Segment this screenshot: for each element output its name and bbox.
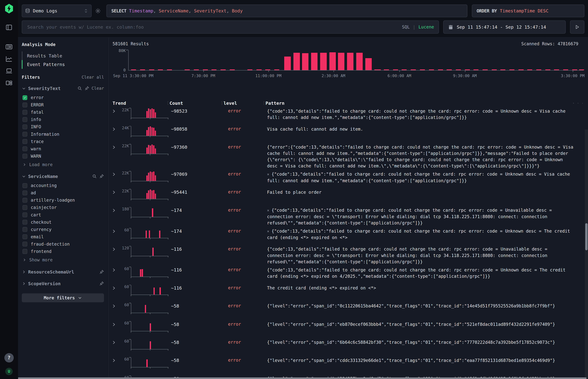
order-by-editor[interactable]: ORDER BY TimestampTime DESC bbox=[472, 4, 584, 17]
severity-load-more[interactable]: Load more bbox=[22, 161, 104, 168]
pattern-cell[interactable]: ×{"level":"error","span_id":"6b64c6c5884… bbox=[265, 337, 588, 346]
filter-option[interactable]: fraud-detection bbox=[22, 240, 104, 248]
filter-option[interactable]: cainjector bbox=[22, 204, 104, 211]
row-expander[interactable] bbox=[111, 301, 118, 308]
table-row[interactable]: 22K ~97360 error ×{"error":{"code":13,"d… bbox=[111, 142, 588, 169]
pattern-cell[interactable]: ×{"code":13,"details":"failed to charge … bbox=[265, 265, 588, 280]
table-row[interactable]: 60 ~116 error ×{"code":13,"details":"fai… bbox=[111, 265, 588, 283]
search-input[interactable] bbox=[27, 24, 399, 30]
column-grip-icon[interactable]: ⋮ bbox=[262, 100, 266, 105]
source-settings-gear-icon[interactable] bbox=[93, 8, 103, 14]
analysis-mode-option-results-table[interactable]: Results Table bbox=[22, 51, 104, 60]
pattern-cell[interactable]: ×{"code":13,"details":"failed to charge … bbox=[265, 226, 588, 241]
vertical-scrollbar-thumb[interactable] bbox=[585, 223, 588, 250]
wrap-text-icon[interactable] bbox=[578, 100, 578, 106]
checkbox[interactable] bbox=[22, 190, 27, 195]
nav-dashboards-icon[interactable] bbox=[3, 78, 15, 88]
row-expander[interactable] bbox=[111, 319, 118, 327]
column-grip-icon[interactable]: ⋮ bbox=[220, 100, 224, 105]
row-expander[interactable] bbox=[111, 106, 118, 113]
pattern-cell[interactable]: ×{"level":"error","span_id":"eb870ecef06… bbox=[265, 319, 588, 328]
filter-option[interactable]: ERROR bbox=[22, 101, 104, 109]
filter-section-servicename[interactable]: ServiceName bbox=[28, 174, 90, 179]
table-row[interactable]: 60 ~174 error ×{"code":13,"details":"fai… bbox=[111, 226, 588, 244]
severity-clear-button[interactable]: Clear bbox=[92, 86, 104, 91]
more-filters-button[interactable]: More filters bbox=[22, 293, 104, 302]
filter-option[interactable]: ✓error bbox=[22, 94, 104, 101]
table-row[interactable]: 24K ~98058 error ×Visa cache full: canno… bbox=[111, 124, 588, 142]
checkbox[interactable] bbox=[22, 154, 27, 158]
checkbox[interactable] bbox=[22, 198, 27, 203]
analysis-mode-option-event-patterns[interactable]: Event Patterns bbox=[22, 60, 104, 69]
checkbox[interactable] bbox=[22, 110, 27, 115]
pattern-cell[interactable]: ×{"error":{"code":13,"details":"failed t… bbox=[265, 142, 588, 169]
dismiss-x-icon[interactable]: × bbox=[267, 208, 269, 213]
nav-chart-explorer-icon[interactable] bbox=[3, 54, 15, 64]
filter-option[interactable]: artillery-loadgen bbox=[22, 196, 104, 204]
row-expander[interactable] bbox=[111, 142, 118, 149]
pin-icon[interactable] bbox=[99, 281, 104, 286]
filter-option[interactable]: checkout bbox=[22, 219, 104, 226]
checkbox[interactable] bbox=[22, 183, 27, 188]
checkbox[interactable] bbox=[22, 234, 27, 239]
checkbox[interactable] bbox=[22, 117, 27, 122]
checkbox[interactable] bbox=[22, 242, 27, 247]
checkbox[interactable]: ✓ bbox=[22, 95, 27, 100]
pin-icon[interactable] bbox=[99, 174, 104, 179]
pin-icon[interactable] bbox=[84, 86, 89, 91]
pattern-cell[interactable]: ×{"level":"error","span_id":"0c11220615b… bbox=[265, 301, 588, 309]
row-expander[interactable] bbox=[111, 283, 118, 290]
run-query-button[interactable] bbox=[570, 20, 584, 34]
row-expander[interactable] bbox=[111, 265, 118, 272]
pattern-cell[interactable]: ×{"level":"error","span_id":"cddc331329e… bbox=[265, 355, 588, 364]
column-header-count[interactable]: ⋮Count bbox=[170, 100, 224, 106]
table-row[interactable]: 180 ~174 error ×{"code":13,"details":"fa… bbox=[111, 205, 588, 226]
clear-all-button[interactable]: Clear all bbox=[82, 75, 104, 80]
table-row[interactable]: 60 ~58 error ×{"level":"error","span_id"… bbox=[111, 319, 588, 337]
filter-option[interactable]: fatal bbox=[22, 109, 104, 116]
nav-search-logs-icon[interactable] bbox=[3, 42, 15, 52]
pattern-cell[interactable]: ×The credit card (ending <*> expired on … bbox=[265, 283, 588, 291]
source-select[interactable]: Demo Logs bbox=[22, 4, 92, 17]
code-view-icon[interactable] bbox=[573, 100, 574, 106]
checkbox[interactable] bbox=[22, 125, 27, 129]
search-icon[interactable] bbox=[77, 86, 82, 91]
horizontal-scrollbar[interactable] bbox=[18, 377, 587, 379]
search-icon[interactable] bbox=[92, 174, 97, 179]
column-header-pattern[interactable]: ⋮Pattern bbox=[265, 100, 573, 106]
filter-option[interactable]: email bbox=[22, 233, 104, 240]
dismiss-x-icon[interactable]: × bbox=[267, 172, 269, 176]
sql-select-editor[interactable]: SELECT Timestamp, ServiceName, SeverityT… bbox=[107, 4, 467, 17]
table-row[interactable]: 22K ~95441 error ×Failed to place order bbox=[111, 187, 588, 205]
sidebar-toggle-icon[interactable] bbox=[3, 22, 15, 32]
table-row[interactable]: 22K ~97069 error ×{"code":13,"details":"… bbox=[111, 169, 588, 187]
row-expander[interactable] bbox=[111, 187, 118, 194]
mode-lucene-toggle[interactable]: Lucene bbox=[418, 25, 434, 30]
time-range-picker[interactable]: Sep 11 15:47:14 - Sep 12 15:47:14 bbox=[443, 20, 566, 34]
filter-option[interactable]: INFO bbox=[22, 123, 104, 130]
checkbox[interactable] bbox=[22, 139, 27, 144]
row-expander[interactable] bbox=[111, 169, 118, 176]
filter-option[interactable]: WARN bbox=[22, 153, 104, 160]
app-logo-icon[interactable] bbox=[4, 3, 14, 14]
pin-icon[interactable] bbox=[99, 269, 104, 274]
row-expander[interactable] bbox=[111, 337, 118, 345]
user-avatar[interactable]: U bbox=[5, 368, 13, 375]
checkbox[interactable] bbox=[22, 132, 27, 137]
help-button[interactable]: ? bbox=[4, 353, 14, 363]
row-expander[interactable] bbox=[111, 355, 118, 363]
table-row[interactable]: 60 ~116 error ×The credit card (ending <… bbox=[111, 283, 588, 301]
filter-option[interactable]: Information bbox=[22, 131, 104, 138]
filter-option[interactable]: ad bbox=[22, 189, 104, 196]
chevron-down-icon[interactable] bbox=[22, 174, 26, 178]
table-row[interactable]: 60 ~58 error ×{"level":"error","span_id"… bbox=[111, 355, 588, 374]
results-histogram[interactable]: 80K 0 Sep 11 3:30:00 PM7:30:00 PM11:00:0… bbox=[112, 48, 584, 82]
checkbox[interactable] bbox=[22, 249, 27, 254]
row-expander[interactable] bbox=[111, 226, 118, 233]
pattern-cell[interactable]: ×Visa cache full: cannot add new item. bbox=[265, 124, 588, 132]
filter-option[interactable]: warn bbox=[22, 145, 104, 153]
vertical-scrollbar[interactable] bbox=[585, 129, 588, 379]
filter-section-resourceschemaurl[interactable]: ResourceSchemaUrl bbox=[22, 268, 104, 277]
filter-section-scopeversion[interactable]: ScopeVersion bbox=[22, 279, 104, 288]
filter-option[interactable]: info bbox=[22, 116, 104, 123]
